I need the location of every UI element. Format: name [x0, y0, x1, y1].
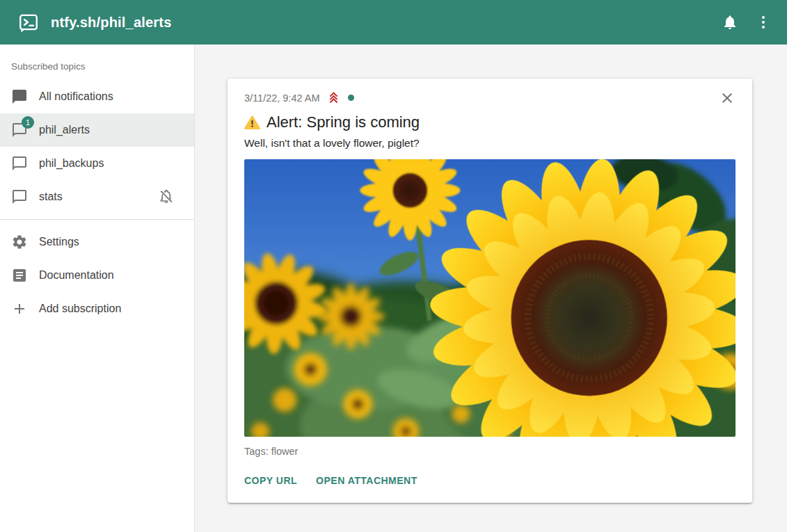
sidebar-divider — [0, 219, 194, 220]
open-attachment-button[interactable]: OPEN ATTACHMENT — [316, 475, 418, 486]
notification-title-row: Alert: Spring is coming — [244, 113, 736, 133]
chat-bubble-outline-icon — [11, 155, 28, 172]
sidebar-item-documentation[interactable]: Documentation — [0, 259, 194, 292]
ntfy-app: ntfy.sh/phil_alerts Subscribed topics — [0, 0, 787, 532]
attachment-image[interactable] — [244, 159, 736, 437]
sidebar-item-label: All notifications — [39, 90, 113, 103]
bell-icon — [722, 14, 738, 31]
sidebar-item-label: stats — [39, 191, 63, 203]
notification-message: Well, isn't that a lovely flower, piglet… — [244, 137, 736, 150]
notification-timestamp: 3/11/22, 9:42 AM — [244, 92, 320, 104]
page-title: ntfy.sh/phil_alerts — [51, 15, 171, 31]
document-icon — [11, 267, 28, 284]
sidebar-item-phil-backups[interactable]: phil_backups — [0, 147, 194, 180]
main-content: 3/11/22, 9:42 AM — [195, 45, 787, 532]
sidebar-item-settings[interactable]: Settings — [0, 225, 194, 259]
sidebar-item-label: Add subscription — [39, 303, 121, 315]
sunflower-photo-graphic — [244, 159, 736, 437]
close-notification-button[interactable] — [719, 90, 736, 106]
close-icon — [719, 90, 736, 106]
gear-icon — [11, 234, 28, 250]
notification-actions: COPY URL OPEN ATTACHMENT — [244, 475, 736, 486]
warning-emoji-icon — [244, 115, 260, 131]
copy-url-button[interactable]: COPY URL — [244, 475, 297, 486]
sidebar-item-stats[interactable]: stats — [0, 180, 194, 213]
sidebar-item-phil-alerts[interactable]: 1 phil_alerts — [0, 113, 194, 147]
notifications-bell-button[interactable] — [713, 6, 747, 39]
chat-bubble-filled-icon — [11, 88, 28, 105]
kebab-menu-icon — [755, 14, 772, 31]
sidebar-item-all-notifications[interactable]: All notifications — [0, 80, 194, 113]
triple-chevron-up-icon — [326, 90, 342, 106]
sidebar-item-label: Settings — [39, 236, 79, 248]
chat-bubble-outline-icon — [11, 188, 28, 205]
notification-card: 3/11/22, 9:42 AM — [228, 79, 752, 503]
bell-off-icon — [158, 188, 175, 205]
notification-tags: Tags: flower — [244, 446, 736, 457]
sidebar-item-label: phil_alerts — [39, 124, 90, 136]
notification-card-header: 3/11/22, 9:42 AM — [244, 90, 736, 108]
top-app-bar: ntfy.sh/phil_alerts — [0, 0, 787, 45]
sidebar-item-label: phil_backups — [39, 157, 104, 170]
ntfy-terminal-logo-icon — [18, 12, 39, 33]
sidebar-item-add-subscription[interactable]: Add subscription — [0, 292, 194, 325]
plus-icon — [11, 300, 28, 317]
notification-title: Alert: Spring is coming — [267, 113, 420, 133]
unread-count-badge: 1 — [22, 116, 34, 129]
sidebar-item-label: Documentation — [39, 269, 114, 282]
overflow-menu-button[interactable] — [747, 6, 780, 39]
unread-dot — [348, 95, 354, 101]
subscribed-topics-label: Subscribed topics — [0, 50, 194, 80]
sidebar: Subscribed topics All notifications 1 ph… — [0, 45, 195, 532]
